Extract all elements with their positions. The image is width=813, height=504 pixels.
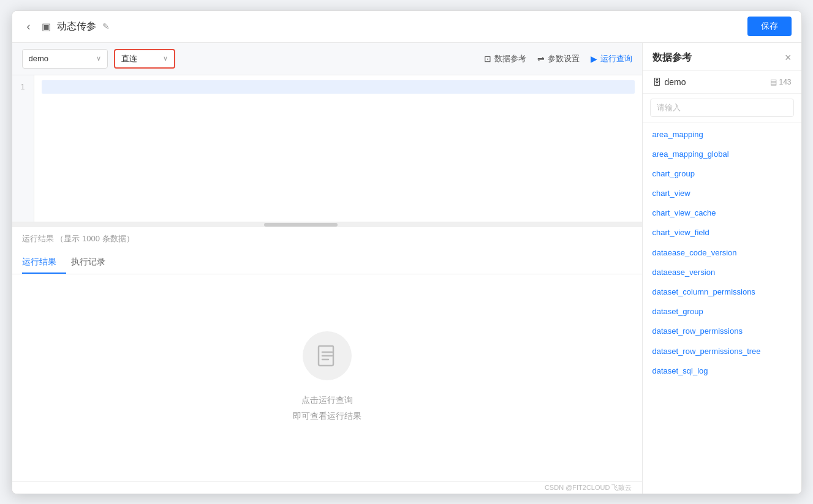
empty-state: 点击运行查询 即可查看运行结果 — [12, 274, 642, 481]
sidebar-item-6[interactable]: dataease_code_version — [643, 243, 801, 263]
db-count-icon: ▤ — [770, 78, 777, 86]
sidebar-item-2[interactable]: chart_group — [643, 164, 801, 184]
connection-type-select[interactable]: 直连 ∨ — [114, 49, 175, 69]
scrollbar-thumb — [264, 223, 338, 227]
db-icon: 🗄 — [652, 77, 661, 87]
sidebar-title: 数据参考 — [652, 51, 692, 64]
run-query-label: 运行查询 — [600, 53, 632, 64]
empty-line1: 点击运行查询 — [293, 393, 361, 408]
sidebar-item-12[interactable]: dataset_sql_log — [643, 361, 801, 381]
database-select[interactable]: demo ∨ — [22, 49, 108, 69]
param-settings-icon: ⇌ — [537, 54, 545, 64]
result-area: 运行结果 （显示 1000 条数据） — [12, 227, 642, 252]
line-number-1: 1 — [12, 80, 34, 94]
editor-scrollbar[interactable] — [12, 222, 642, 227]
sidebar: 数据参考 × 🗄 demo ▤ 143 area_mapping area_ma… — [642, 43, 801, 494]
connection-type-chevron: ∨ — [163, 55, 168, 62]
sidebar-item-1[interactable]: area_mapping_global — [643, 145, 801, 164]
sidebar-close-button[interactable]: × — [785, 51, 792, 64]
sidebar-db-count: ▤ 143 — [770, 78, 791, 86]
sidebar-item-3[interactable]: chart_view — [643, 184, 801, 203]
database-select-chevron: ∨ — [96, 55, 101, 62]
data-reference-label: 数据参考 — [494, 53, 526, 64]
result-title-text: 运行结果 — [22, 234, 54, 243]
db-name-text: demo — [665, 77, 686, 87]
sidebar-item-9[interactable]: dataset_group — [643, 302, 801, 322]
empty-document-icon — [315, 344, 339, 368]
page-title: 动态传参 — [57, 20, 96, 33]
file-icon: ▣ — [42, 21, 51, 32]
code-editor-content[interactable] — [34, 75, 642, 222]
sidebar-item-8[interactable]: dataset_column_permissions — [643, 282, 801, 302]
code-line-highlighted — [42, 80, 635, 94]
sidebar-item-4[interactable]: chart_view_cache — [643, 203, 801, 223]
run-query-action[interactable]: ▶ 运行查询 — [591, 53, 632, 64]
sidebar-search-input[interactable] — [650, 99, 794, 117]
empty-line2: 即可查看运行结果 — [293, 408, 361, 424]
edit-icon[interactable]: ✎ — [102, 21, 110, 31]
sidebar-db-name: 🗄 demo — [652, 77, 686, 87]
run-query-icon: ▶ — [591, 54, 597, 64]
sidebar-list: area_mapping area_mapping_global chart_g… — [643, 122, 801, 494]
db-count-text: 143 — [779, 78, 791, 86]
tab-run-result[interactable]: 运行结果 — [22, 252, 66, 274]
connection-type-value: 直连 — [121, 53, 137, 64]
sidebar-item-11[interactable]: dataset_row_permissions_tree — [643, 342, 801, 361]
database-select-value: demo — [29, 54, 49, 63]
sidebar-item-5[interactable]: chart_view_field — [643, 223, 801, 243]
data-reference-action[interactable]: ⊡ 数据参考 — [484, 53, 526, 64]
sidebar-item-0[interactable]: area_mapping — [643, 125, 801, 145]
save-button[interactable]: 保存 — [747, 17, 792, 36]
back-button[interactable]: ‹ — [22, 18, 36, 36]
empty-text: 点击运行查询 即可查看运行结果 — [293, 393, 361, 423]
param-settings-action[interactable]: ⇌ 参数设置 — [537, 53, 580, 64]
data-reference-icon: ⊡ — [484, 54, 491, 64]
tab-exec-log[interactable]: 执行记录 — [71, 252, 115, 274]
footer: CSDN @FIT2CLOUD 飞致云 — [12, 481, 642, 494]
footer-text: CSDN @FIT2CLOUD 飞致云 — [545, 484, 632, 491]
empty-icon-wrapper — [303, 331, 352, 380]
sidebar-item-7[interactable]: dataease_version — [643, 263, 801, 282]
result-tabs: 运行结果 执行记录 — [12, 252, 642, 274]
param-settings-label: 参数设置 — [548, 53, 580, 64]
result-subtitle: （显示 1000 条数据） — [56, 234, 134, 243]
sidebar-item-10[interactable]: dataset_row_permissions — [643, 322, 801, 341]
